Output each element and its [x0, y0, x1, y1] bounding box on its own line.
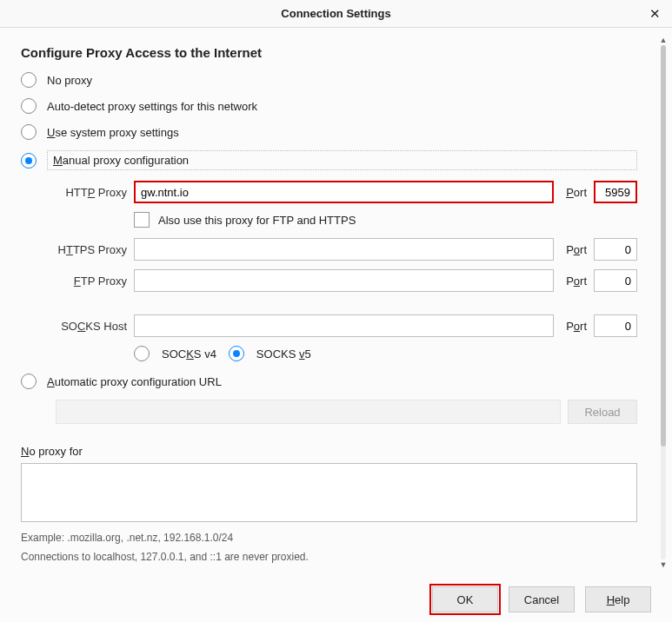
label-auto-detect: Auto-detect proxy settings for this netw… — [47, 100, 257, 113]
scroll-down-arrow-icon[interactable]: ▼ — [658, 559, 669, 570]
scroll-up-arrow-icon[interactable]: ▲ — [658, 35, 669, 45]
example-text: Example: .mozilla.org, .net.nz, 192.168.… — [21, 532, 637, 544]
ftp-proxy-input[interactable] — [134, 269, 554, 292]
titlebar: Connection Settings ✕ — [0, 0, 672, 28]
localhost-note: Connections to localhost, 127.0.0.1, and… — [21, 551, 637, 563]
label-socks-v5: SOCKS v5 — [256, 347, 311, 361]
radio-pac[interactable] — [21, 374, 37, 389]
radio-no-proxy[interactable] — [21, 72, 37, 88]
also-use-label: Also use this proxy for FTP and HTTPS — [158, 214, 356, 227]
no-proxy-for-input[interactable] — [21, 463, 637, 522]
http-port-label: Port — [561, 186, 587, 199]
help-button[interactable]: Help — [585, 586, 651, 612]
radio-manual-proxy[interactable] — [21, 153, 37, 169]
https-proxy-label: HTTPS Proxy — [31, 243, 127, 256]
label-socks-v4: SOCKS v4 — [162, 347, 216, 361]
ftp-port-input[interactable] — [594, 269, 637, 292]
also-use-checkbox[interactable] — [134, 212, 150, 228]
label-manual-proxy: Manual proxy configuration — [47, 150, 637, 170]
https-proxy-input[interactable] — [134, 238, 554, 261]
socks-host-input[interactable] — [134, 314, 554, 337]
ftp-port-label: Port — [561, 275, 587, 288]
https-port-input[interactable] — [594, 238, 637, 261]
dialog-body: Configure Proxy Access to the Internet N… — [0, 28, 672, 577]
cancel-button[interactable]: Cancel — [509, 586, 575, 612]
http-proxy-label: HTTP Proxy — [31, 186, 127, 199]
label-pac: Automatic proxy configuration URL — [47, 375, 222, 388]
radio-socks-v5[interactable] — [229, 346, 244, 361]
scrollbar-thumb[interactable] — [661, 45, 666, 447]
dialog-title: Connection Settings — [281, 7, 390, 20]
socks-port-label: Port — [561, 320, 587, 333]
http-port-input[interactable] — [594, 181, 637, 203]
radio-system-proxy[interactable] — [21, 124, 37, 140]
ok-button[interactable]: OK — [432, 586, 498, 612]
reload-button[interactable]: Reload — [568, 400, 637, 424]
dialog-footer: OK Cancel Help — [0, 577, 672, 622]
radio-socks-v4[interactable] — [134, 346, 150, 361]
vertical-scrollbar[interactable]: ▲ ▼ — [658, 35, 669, 570]
pac-url-input[interactable] — [56, 400, 561, 424]
http-proxy-input[interactable] — [134, 181, 554, 203]
no-proxy-for-label: No proxy for — [21, 445, 637, 458]
section-heading: Configure Proxy Access to the Internet — [21, 45, 637, 60]
close-icon[interactable]: ✕ — [644, 3, 665, 24]
label-no-proxy: No proxy — [47, 74, 92, 87]
socks-host-label: SOCKS Host — [31, 320, 127, 333]
ftp-proxy-label: FTP Proxy — [31, 275, 127, 288]
label-system-proxy: Use system proxy settings — [47, 126, 179, 139]
https-port-label: Port — [561, 243, 587, 256]
socks-port-input[interactable] — [594, 314, 637, 337]
radio-auto-detect[interactable] — [21, 98, 37, 114]
